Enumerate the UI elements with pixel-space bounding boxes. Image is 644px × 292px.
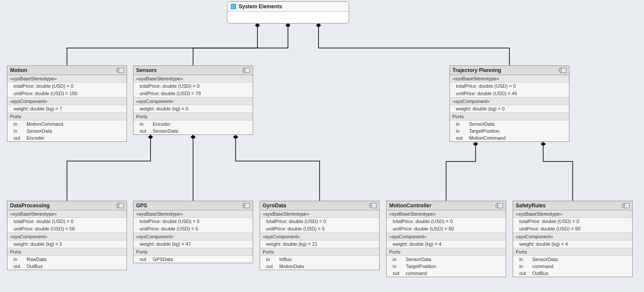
block-header: Sensors: [134, 66, 253, 75]
stereotype-comp-label: «sysComponent»: [7, 97, 127, 105]
prop-totalprice: totalPrice: double (USD) = 0: [7, 82, 127, 90]
stereotype-comp-label: «sysComponent»: [260, 233, 379, 240]
port-row: inTargetPosition: [450, 127, 569, 134]
block-title: Sensors: [136, 67, 157, 73]
port-direction: out: [266, 264, 279, 269]
block-gps[interactable]: GPS«sysBaseStereotype»totalPrice: double…: [133, 201, 253, 263]
port-name: TargetPosition: [406, 264, 436, 269]
port-direction: out: [14, 264, 27, 269]
port-row: incommand: [513, 263, 632, 270]
svg-marker-4: [191, 135, 196, 139]
diagram-canvas: System Elements Motion«sysBaseStereotype…: [0, 0, 644, 292]
port-name: SensorData: [406, 257, 431, 262]
prop-unitprice: unitPrice: double (USD) = 5: [260, 225, 379, 233]
port-row: inSensorData: [450, 120, 569, 127]
block-header: GyroData: [260, 201, 379, 210]
block-dataprocessing[interactable]: DataProcessing«sysBaseStereotype»totalPr…: [7, 201, 127, 270]
port-name: OutBus: [532, 271, 548, 276]
prop-weight: weight: double (kg) = 4: [387, 240, 506, 248]
prop-totalprice: totalPrice: double (USD) = 0: [450, 82, 569, 90]
stereotype-comp-label: «sysComponent»: [134, 97, 253, 105]
prop-totalprice: totalPrice: double (USD) = 0: [7, 218, 127, 225]
port-name: SensorData: [27, 128, 52, 134]
port-direction: in: [456, 128, 469, 134]
prop-unitprice: unitPrice: double (USD) = 80: [513, 225, 632, 233]
block-title: SafetyRules: [516, 203, 546, 209]
block-sensors[interactable]: Sensors«sysBaseStereotype»totalPrice: do…: [133, 65, 253, 135]
svg-marker-2: [316, 23, 321, 27]
block-header: DataProcessing: [7, 201, 127, 210]
block-title: GPS: [136, 203, 147, 209]
port-direction: in: [14, 128, 27, 134]
svg-marker-7: [541, 142, 546, 146]
stereotype-base-label: «sysBaseStereotype»: [260, 210, 379, 218]
block-title: MotionController: [389, 203, 432, 209]
port-name: SensorData: [532, 257, 558, 262]
port-direction: in: [266, 257, 279, 262]
port-direction: in: [14, 257, 27, 262]
stereotype-base-label: «sysBaseStereotype»: [7, 75, 127, 82]
ports-label: Ports: [450, 113, 569, 120]
component-icon: [560, 68, 566, 73]
prop-unitprice: unitPrice: double (USD) = 45: [450, 90, 569, 97]
port-direction: out: [456, 135, 469, 141]
port-direction: in: [393, 257, 406, 262]
prop-unitprice: unitPrice: double (USD) = 56: [7, 225, 127, 233]
prop-weight: weight: double (kg) = 21: [260, 240, 379, 248]
port-name: Encoder: [27, 135, 45, 141]
port-row: inEncoder: [134, 120, 253, 127]
prop-unitprice: unitPrice: double (USD) = 150: [7, 90, 127, 97]
prop-weight: weight: double (kg) = 0: [134, 105, 253, 113]
stereotype-comp-label: «sysComponent»: [387, 233, 506, 240]
port-name: RawData: [27, 257, 46, 262]
port-direction: in: [393, 264, 406, 269]
port-row: outMotionCommand: [450, 134, 569, 141]
port-name: SensorData: [469, 121, 494, 127]
prop-weight: weight: double (kg) = 0: [450, 105, 569, 113]
port-row: outEncoder: [7, 134, 127, 141]
stereotype-comp-label: «sysComponent»: [450, 97, 569, 105]
port-row: inSensorData: [513, 256, 632, 263]
root-block[interactable]: System Elements: [227, 1, 349, 24]
prop-unitprice: unitPrice: double (USD) = 78: [134, 90, 253, 97]
port-name: TargetPosition: [469, 128, 500, 134]
svg-marker-0: [255, 23, 260, 27]
block-gyrodata[interactable]: GyroData«sysBaseStereotype»totalPrice: d…: [260, 201, 380, 270]
port-name: SensorData: [153, 128, 178, 134]
component-icon: [118, 203, 124, 208]
component-icon: [623, 203, 630, 208]
component-icon: [370, 203, 377, 208]
block-header: Trajectory Planning: [450, 66, 569, 75]
block-motioncontroller[interactable]: MotionController«sysBaseStereotype»total…: [386, 201, 506, 277]
port-row: inInBus: [260, 256, 379, 263]
block-title: GyroData: [263, 203, 286, 209]
ports-label: Ports: [134, 113, 253, 120]
block-trajectory[interactable]: Trajectory Planning«sysBaseStereotype»to…: [449, 65, 569, 142]
port-row: outMotionData: [260, 263, 379, 270]
prop-weight: weight: double (kg) = 5: [7, 240, 127, 248]
port-name: command: [406, 271, 427, 276]
port-direction: in: [140, 121, 153, 127]
ports-label: Ports: [7, 248, 127, 256]
block-safetyrules[interactable]: SafetyRules«sysBaseStereotype»totalPrice…: [513, 201, 633, 277]
ports-label: Ports: [513, 248, 632, 256]
port-direction: out: [393, 271, 406, 276]
port-name: MotionCommand: [27, 121, 63, 127]
prop-totalprice: totalPrice: double (USD) = 0: [513, 218, 632, 225]
stereotype-comp-label: «sysComponent»: [513, 233, 632, 240]
block-header: Motion: [7, 66, 127, 75]
prop-unitprice: unitPrice: double (USD) = 5: [134, 225, 253, 233]
port-name: Encoder: [153, 121, 171, 127]
prop-totalprice: totalPrice: double (USD) = 0: [260, 218, 379, 225]
ports-label: Ports: [7, 113, 127, 120]
component-icon: [118, 68, 124, 73]
stereotype-base-label: «sysBaseStereotype»: [513, 210, 632, 218]
stereotype-base-label: «sysBaseStereotype»: [450, 75, 569, 82]
port-row: outcommand: [387, 270, 506, 277]
block-title: DataProcessing: [10, 203, 50, 209]
prop-totalprice: totalPrice: double (USD) = 0: [134, 218, 253, 225]
block-motion[interactable]: Motion«sysBaseStereotype»totalPrice: dou…: [7, 65, 127, 142]
root-body: [227, 12, 349, 23]
svg-marker-1: [285, 23, 291, 27]
ports-label: Ports: [134, 248, 253, 256]
